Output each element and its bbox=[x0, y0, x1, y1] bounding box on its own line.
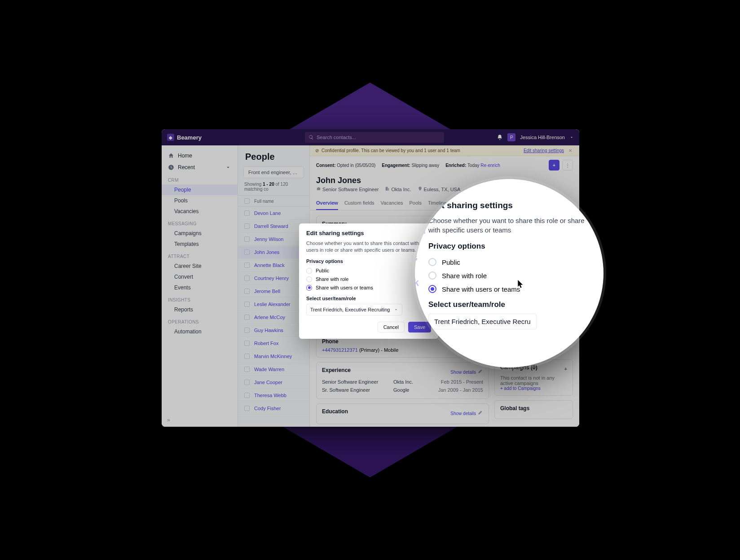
row-checkbox[interactable] bbox=[244, 302, 250, 307]
save-button[interactable]: Save bbox=[408, 322, 431, 332]
person-row[interactable]: Robert Fox bbox=[238, 337, 309, 350]
experience-show-details[interactable]: Show details bbox=[450, 370, 476, 375]
edit-sharing-link[interactable]: Edit sharing settings bbox=[524, 148, 564, 153]
sidebar-item-campaigns[interactable]: Campaigns bbox=[162, 228, 238, 239]
row-checkbox[interactable] bbox=[244, 262, 250, 268]
bell-icon[interactable] bbox=[497, 134, 503, 140]
phone-number[interactable]: +447931212371 bbox=[322, 347, 358, 353]
search-input[interactable]: Search contacts... bbox=[305, 132, 444, 143]
row-checkbox[interactable] bbox=[244, 276, 250, 281]
row-checkbox[interactable] bbox=[244, 236, 250, 242]
experience-row: Sr. Software EngineerGoogleJan 2009 - Ja… bbox=[322, 386, 483, 394]
confidential-banner: ⊘ Confidential profile. This can be view… bbox=[310, 145, 579, 156]
row-checkbox[interactable] bbox=[244, 393, 250, 398]
person-row[interactable]: Marvin McKinney bbox=[238, 350, 309, 363]
person-row[interactable]: Cody Fisher bbox=[238, 402, 309, 415]
row-checkbox[interactable] bbox=[244, 210, 250, 216]
row-checkbox[interactable] bbox=[244, 367, 250, 372]
person-name: Leslie Alexander bbox=[254, 302, 291, 307]
row-checkbox[interactable] bbox=[244, 315, 250, 320]
user-name[interactable]: Jessica Hill-Brenson bbox=[520, 135, 565, 140]
sidebar-item-convert[interactable]: Convert bbox=[162, 271, 238, 282]
select-user-heading: Select user/team/role bbox=[306, 296, 431, 301]
cancel-button[interactable]: Cancel bbox=[378, 322, 405, 332]
add-button[interactable]: + bbox=[549, 160, 559, 171]
modal-option-public[interactable]: Public bbox=[306, 267, 431, 275]
profile-meta: Consent: Opted in (05/05/20) Engagement:… bbox=[310, 156, 579, 174]
tab-pools[interactable]: Pools bbox=[410, 197, 422, 210]
global-tags-heading: Global tags bbox=[500, 405, 567, 411]
sidebar-item-vacancies[interactable]: Vacancies bbox=[162, 206, 238, 217]
row-checkbox[interactable] bbox=[244, 223, 250, 229]
person-row[interactable]: Devon Lane bbox=[238, 207, 309, 220]
brand-logo-icon: ◆ bbox=[167, 134, 174, 141]
row-checkbox[interactable] bbox=[244, 406, 250, 411]
row-checkbox[interactable] bbox=[244, 289, 250, 294]
filter-pill[interactable]: Front end engineer, US East co bbox=[243, 166, 304, 178]
modal-option-share-with-users-or-teams[interactable]: Share with users or teams bbox=[306, 284, 431, 292]
radio-icon bbox=[306, 268, 312, 274]
chevron-down-icon[interactable] bbox=[569, 135, 574, 140]
radio-icon bbox=[428, 285, 436, 293]
more-menu-button[interactable]: ⋮ bbox=[562, 160, 573, 171]
location-icon bbox=[418, 186, 423, 191]
sidebar-recent[interactable]: Recent bbox=[162, 162, 238, 173]
list-header: Full name bbox=[238, 195, 309, 207]
sidebar-item-reports[interactable]: Reports bbox=[162, 304, 238, 315]
sidebar-item-automation[interactable]: Automation bbox=[162, 326, 238, 337]
person-row[interactable]: Theresa Webb bbox=[238, 389, 309, 402]
tab-overview[interactable]: Overview bbox=[316, 197, 338, 210]
lens-option-public[interactable]: Public bbox=[428, 255, 590, 269]
radio-icon bbox=[306, 276, 312, 282]
lens-option-share-with-users-or-teams[interactable]: Share with users or teams bbox=[428, 282, 590, 296]
person-name: Cody Fisher bbox=[254, 406, 281, 411]
close-banner-icon[interactable]: ✕ bbox=[567, 148, 574, 153]
select-user-dropdown[interactable]: Trent Friedrich, Executive Recruiting bbox=[306, 304, 402, 315]
person-name: Robert Fox bbox=[254, 341, 278, 346]
tab-custom-fields[interactable]: Custom fields bbox=[344, 197, 374, 210]
sidebar-item-career-site[interactable]: Career Site bbox=[162, 261, 238, 271]
sidebar-group-attract: ATTRACT bbox=[162, 249, 238, 261]
row-checkbox[interactable] bbox=[244, 341, 250, 346]
experience-card: Experience Show details Senior Software … bbox=[316, 362, 489, 399]
person-row[interactable]: Wade Warren bbox=[238, 363, 309, 376]
lens-privacy-heading: Privacy options bbox=[428, 242, 590, 251]
tab-vacancies[interactable]: Vacancies bbox=[381, 197, 403, 210]
row-checkbox[interactable] bbox=[244, 380, 250, 385]
modal-option-share-with-role[interactable]: Share with role bbox=[306, 275, 431, 284]
person-name: Jane Cooper bbox=[254, 380, 282, 385]
global-tags-card: Global tags bbox=[494, 400, 573, 419]
person-name: Jenny Wilson bbox=[254, 236, 283, 242]
row-checkbox[interactable] bbox=[244, 354, 250, 359]
brand: ◆ Beamery bbox=[167, 134, 202, 141]
education-show-details[interactable]: Show details bbox=[450, 411, 476, 416]
pencil-icon[interactable] bbox=[478, 410, 483, 415]
collapse-sidebar-icon[interactable]: » bbox=[167, 417, 170, 423]
sidebar-home[interactable]: Home bbox=[162, 150, 238, 162]
user-avatar[interactable]: P bbox=[507, 133, 515, 141]
lens-option-share-with-role[interactable]: Share with role bbox=[428, 269, 590, 282]
add-to-campaigns-link[interactable]: + add to Campaigns bbox=[500, 386, 567, 391]
showing-count: Showing 1 - 20 of 120 matching co bbox=[238, 178, 309, 195]
page-title: People bbox=[238, 145, 309, 166]
reenrich-link[interactable]: Re-enrich bbox=[480, 163, 500, 168]
phone-suffix: (Primary) - Mobile bbox=[359, 347, 398, 353]
sidebar-item-events[interactable]: Events bbox=[162, 282, 238, 293]
add-campaign-icon[interactable]: + bbox=[564, 366, 567, 372]
campaigns-empty-text: This contact is not in any active campai… bbox=[500, 375, 567, 386]
sidebar-group-insights: INSIGHTS bbox=[162, 293, 238, 304]
row-checkbox[interactable] bbox=[244, 249, 250, 255]
warning-icon: ⊘ bbox=[315, 148, 319, 153]
radio-icon bbox=[306, 285, 312, 291]
person-row[interactable]: Jane Cooper bbox=[238, 376, 309, 389]
select-all-checkbox[interactable] bbox=[244, 198, 250, 204]
lens-select-dropdown[interactable]: Trent Friedrich, Executive Recru bbox=[428, 314, 537, 329]
pencil-icon[interactable] bbox=[478, 368, 483, 374]
sidebar-item-pools[interactable]: Pools bbox=[162, 195, 238, 206]
row-checkbox[interactable] bbox=[244, 328, 250, 333]
person-name: Courtney Henry bbox=[254, 276, 289, 281]
sidebar-item-templates[interactable]: Templates bbox=[162, 239, 238, 249]
sidebar: Home Recent CRMPeoplePoolsVacanciesMESSA… bbox=[162, 145, 238, 427]
brand-name: Beamery bbox=[177, 134, 202, 141]
sidebar-item-people[interactable]: People bbox=[162, 184, 238, 195]
